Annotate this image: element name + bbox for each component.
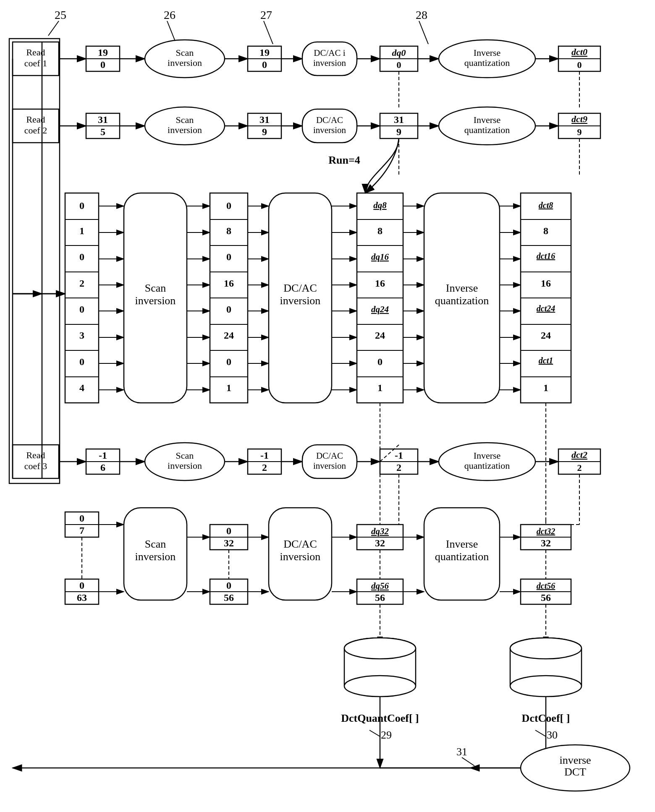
svg-text:1: 1	[543, 382, 548, 393]
ref27: 27	[260, 8, 272, 21]
svg-text:8: 8	[226, 225, 231, 236]
svg-text:-1: -1	[260, 450, 269, 461]
dcac-inv-bot: DC/AC	[283, 538, 317, 550]
svg-text:3: 3	[79, 330, 84, 341]
svg-text:dq8: dq8	[373, 200, 387, 210]
svg-text:1: 1	[377, 382, 383, 393]
dcac-inv3: DC/AC	[316, 451, 343, 461]
ref28: 28	[416, 8, 427, 21]
run4-label: Run=4	[328, 154, 360, 166]
svg-text:16: 16	[541, 278, 551, 289]
svg-text:dct8: dct8	[539, 201, 553, 210]
svg-text:dq24: dq24	[371, 304, 389, 314]
svg-text:quantization: quantization	[464, 460, 510, 471]
dcac-inv1: DC/AC i	[314, 48, 345, 58]
svg-text:63: 63	[77, 592, 87, 603]
svg-text:dq32: dq32	[371, 526, 389, 536]
svg-point-300	[510, 676, 582, 697]
svg-text:0: 0	[262, 59, 267, 70]
scan-inv2: Scan	[176, 115, 194, 125]
svg-text:56: 56	[375, 592, 385, 603]
svg-text:7: 7	[79, 525, 84, 536]
svg-text:0: 0	[79, 304, 84, 315]
svg-text:dct2: dct2	[571, 449, 587, 460]
inv-quant-mid: Inverse	[446, 282, 478, 294]
svg-text:0: 0	[79, 580, 84, 591]
svg-text:31: 31	[394, 114, 404, 125]
svg-text:0: 0	[577, 60, 582, 70]
svg-text:inversion: inversion	[313, 461, 346, 471]
svg-text:-1: -1	[99, 450, 107, 461]
svg-text:5: 5	[100, 126, 105, 137]
svg-text:0: 0	[226, 200, 231, 211]
svg-text:0: 0	[79, 200, 84, 211]
inv-quant2: Inverse	[474, 115, 501, 125]
svg-text:dct24: dct24	[537, 304, 555, 313]
svg-text:0: 0	[79, 251, 84, 262]
svg-text:0: 0	[377, 356, 383, 367]
svg-text:quantization: quantization	[464, 57, 510, 68]
svg-text:inversion: inversion	[313, 58, 346, 68]
svg-text:32: 32	[224, 538, 234, 548]
ref29: 29	[381, 729, 392, 741]
svg-text:dct9: dct9	[571, 114, 587, 124]
svg-text:coef 3: coef 3	[24, 461, 47, 471]
svg-text:19: 19	[259, 47, 270, 58]
svg-text:dq16: dq16	[371, 252, 389, 262]
scan-inv-mid: Scan	[145, 282, 166, 294]
dcac-inv2: DC/AC	[316, 115, 343, 125]
svg-text:dct56: dct56	[537, 581, 555, 590]
svg-text:dct1: dct1	[539, 356, 553, 365]
scan-inv-bot: Scan	[145, 538, 166, 550]
svg-text:0: 0	[226, 580, 231, 591]
svg-text:2: 2	[396, 462, 401, 473]
svg-text:quantization: quantization	[435, 295, 489, 307]
svg-text:quantization: quantization	[464, 125, 510, 135]
svg-text:4: 4	[79, 382, 84, 393]
svg-text:DCT: DCT	[564, 766, 586, 778]
svg-text:24: 24	[375, 330, 385, 341]
svg-text:inversion: inversion	[168, 460, 202, 471]
svg-text:31: 31	[98, 114, 108, 125]
svg-text:0: 0	[226, 525, 231, 536]
svg-text:9: 9	[396, 126, 401, 137]
svg-text:inversion: inversion	[280, 551, 321, 563]
svg-text:coef 1: coef 1	[24, 58, 47, 68]
svg-text:0: 0	[226, 356, 231, 367]
svg-text:0: 0	[79, 356, 84, 367]
svg-text:1: 1	[79, 225, 84, 236]
svg-text:9: 9	[262, 126, 267, 137]
svg-text:2: 2	[79, 278, 84, 289]
svg-text:32: 32	[375, 538, 385, 548]
svg-text:1: 1	[226, 382, 231, 393]
ref25: 25	[55, 8, 66, 21]
svg-text:dq0: dq0	[392, 47, 406, 58]
svg-text:16: 16	[224, 278, 234, 289]
svg-text:56: 56	[224, 592, 234, 603]
svg-text:0: 0	[397, 60, 401, 70]
svg-text:32: 32	[541, 538, 551, 548]
svg-text:8: 8	[543, 225, 548, 236]
scan-inv3: Scan	[176, 450, 194, 461]
svg-text:quantization: quantization	[435, 551, 489, 563]
svg-text:16: 16	[375, 278, 385, 289]
inv-quant3: Inverse	[474, 450, 501, 461]
svg-text:2: 2	[577, 462, 582, 473]
svg-text:coef 2: coef 2	[24, 125, 47, 136]
ref26: 26	[164, 8, 176, 21]
scan-inv1: Scan	[176, 47, 194, 58]
svg-text:31: 31	[259, 114, 270, 125]
svg-text:dct0: dct0	[571, 47, 587, 57]
ref31: 31	[456, 746, 467, 758]
ref30: 30	[547, 729, 558, 741]
svg-text:dct16: dct16	[537, 251, 555, 261]
inv-quant1: Inverse	[474, 47, 501, 58]
svg-text:dq56: dq56	[371, 581, 389, 591]
svg-point-301	[510, 638, 582, 659]
svg-point-290	[344, 676, 416, 697]
svg-text:56: 56	[541, 592, 551, 603]
svg-text:19: 19	[98, 47, 108, 58]
svg-text:8: 8	[377, 225, 383, 236]
svg-text:inversion: inversion	[168, 125, 202, 135]
svg-text:6: 6	[100, 462, 105, 473]
